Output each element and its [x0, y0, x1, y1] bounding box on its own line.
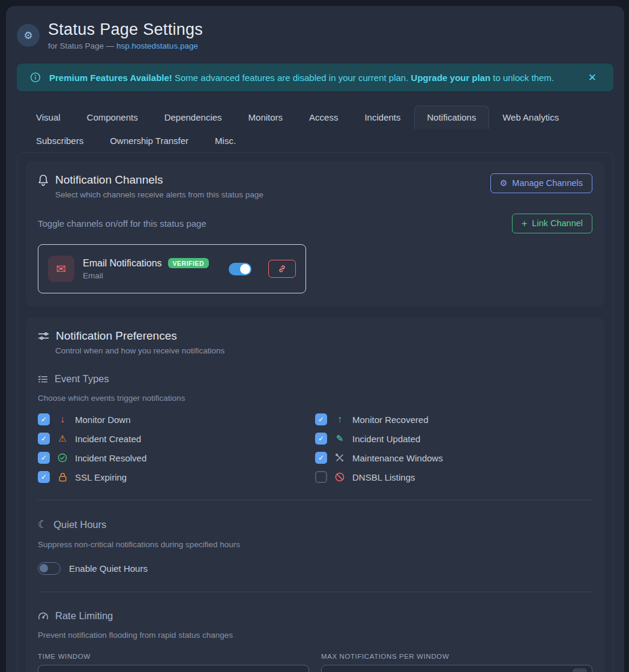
event-monitor-recovered[interactable]: ✓↑Monitor Recovered	[315, 413, 592, 425]
preferences-subtitle: Control when and how you receive notific…	[55, 346, 592, 355]
event-types-title: Event Types	[38, 373, 592, 385]
settings-panel: ⚙ Status Page Settings for Status Page —…	[6, 6, 624, 672]
checkbox-checked[interactable]: ✓	[315, 433, 327, 445]
event-incident-resolved[interactable]: ✓Incident Resolved	[38, 452, 315, 464]
preferences-title-row: Notification Preferences	[38, 329, 592, 343]
channel-type: Email	[83, 271, 220, 280]
event-monitor-down[interactable]: ✓↓Monitor Down	[38, 413, 315, 425]
page-title: Status Page Settings	[48, 20, 203, 39]
event-dnsbl-listings[interactable]: DNSBL Listings	[315, 471, 592, 483]
envelope-icon: ✉	[48, 256, 74, 282]
tab-dependencies[interactable]: Dependencies	[151, 106, 235, 129]
channel-toggle[interactable]	[229, 263, 251, 275]
channel-name: Email Notifications	[83, 258, 162, 269]
checkbox-unchecked[interactable]	[315, 471, 327, 483]
tab-visual[interactable]: Visual	[23, 106, 74, 129]
divider	[38, 500, 592, 500]
tab-components[interactable]: Components	[74, 106, 151, 129]
toggle-hint: Toggle channels on/off for this status p…	[38, 218, 512, 229]
event-label: Incident Updated	[352, 434, 420, 444]
warning-icon: ⚠	[57, 433, 68, 444]
banner-text: Premium Features Available! Some advance…	[49, 73, 554, 83]
max-notifications-label: MAX NOTIFICATIONS PER WINDOW	[321, 653, 592, 660]
time-window-select[interactable]: 15 minutes	[38, 665, 309, 672]
gauge-icon	[38, 611, 49, 620]
close-icon[interactable]: ✕	[585, 70, 600, 85]
enable-quiet-hours-row: Enable Quiet Hours	[38, 562, 592, 575]
tab-ownership-transfer[interactable]: Ownership Transfer	[97, 129, 202, 152]
bell-icon	[38, 174, 49, 186]
notification-preferences-card: Notification Preferences Control when an…	[26, 317, 604, 672]
arrow-up-icon: ↑	[334, 414, 345, 425]
notification-channels-card: Notification Channels Select which chann…	[26, 161, 604, 307]
event-label: Incident Resolved	[75, 453, 146, 463]
quiet-hours-title: ☾ Quiet Hours	[38, 518, 592, 531]
ban-icon	[334, 472, 345, 482]
tab-subscribers[interactable]: Subscribers	[23, 129, 97, 152]
gear-icon: ⚙	[23, 29, 32, 42]
event-label: Monitor Recovered	[352, 415, 429, 425]
pencil-icon: ✎	[334, 433, 345, 444]
event-label: SSL Expiring	[75, 472, 127, 482]
gear-icon: ⚙	[500, 178, 508, 188]
checkbox-checked[interactable]: ✓	[38, 413, 50, 425]
event-label: Maintenance Windows	[352, 453, 443, 463]
event-maintenance-windows[interactable]: ✓Maintenance Windows	[315, 452, 592, 464]
channels-title-row: Notification Channels	[38, 173, 490, 187]
rate-limiting-subtitle: Prevent notification flooding from rapid…	[38, 631, 592, 640]
event-incident-updated[interactable]: ✓✎Incident Updated	[315, 433, 592, 445]
info-icon	[30, 72, 41, 83]
page-header: ⚙ Status Page Settings for Status Page —…	[17, 20, 613, 50]
event-ssl-expiring[interactable]: ✓SSL Expiring	[38, 471, 315, 483]
event-label: DNSBL Listings	[352, 472, 415, 482]
checkbox-checked[interactable]: ✓	[38, 471, 50, 483]
tab-access[interactable]: Access	[296, 106, 351, 129]
list-icon	[38, 374, 48, 384]
verified-badge: VERIFIED	[168, 258, 209, 268]
rate-limiting-title: Rate Limiting	[38, 610, 592, 622]
event-types-grid: ✓↓Monitor Down✓↑Monitor Recovered✓⚠Incid…	[38, 413, 592, 483]
event-label: Incident Created	[75, 434, 141, 444]
divider	[38, 592, 592, 592]
check-circle-icon	[57, 453, 68, 463]
upgrade-plan-link[interactable]: Upgrade your plan	[411, 73, 491, 83]
tab-incidents[interactable]: Incidents	[351, 106, 414, 129]
checkbox-checked[interactable]: ✓	[315, 452, 327, 464]
checkbox-checked[interactable]: ✓	[38, 452, 50, 464]
tabs: VisualComponentsDependenciesMonitorsAcce…	[17, 106, 613, 152]
unlink-channel-button[interactable]	[268, 260, 296, 278]
checkbox-checked[interactable]: ✓	[38, 433, 50, 445]
sliders-icon	[38, 331, 49, 341]
premium-banner: Premium Features Available! Some advance…	[17, 64, 613, 91]
chain-link-icon	[278, 265, 286, 273]
spinner-icon[interactable]	[573, 668, 587, 672]
settings-avatar: ⚙	[17, 24, 40, 47]
notifications-tab-content: Notification Channels Select which chann…	[17, 152, 613, 672]
channels-subtitle: Select which channels receive alerts fro…	[55, 190, 490, 199]
lock-icon	[57, 472, 68, 482]
quiet-hours-subtitle: Suppress non-critical notifications duri…	[38, 540, 592, 549]
tools-icon	[334, 453, 345, 463]
tab-monitors[interactable]: Monitors	[235, 106, 296, 129]
page-subtitle: for Status Page — hsp.hostedstatus.page	[48, 41, 203, 50]
event-types-subtitle: Choose which events trigger notification…	[38, 394, 592, 403]
tab-web-analytics[interactable]: Web Analytics	[489, 106, 572, 129]
arrow-down-icon: ↓	[57, 414, 68, 425]
event-incident-created[interactable]: ✓⚠Incident Created	[38, 433, 315, 445]
time-window-label: TIME WINDOW	[38, 653, 309, 660]
checkbox-checked[interactable]: ✓	[315, 413, 327, 425]
event-label: Monitor Down	[75, 415, 131, 425]
plus-icon: +	[522, 218, 527, 229]
max-notifications-input[interactable]: 10	[321, 665, 592, 672]
tab-notifications[interactable]: Notifications	[414, 106, 490, 129]
link-channel-button[interactable]: + Link Channel	[512, 214, 592, 233]
moon-icon: ☾	[38, 518, 47, 531]
manage-channels-button[interactable]: ⚙ Manage Channels	[490, 173, 592, 193]
channel-item-email: ✉ Email Notifications VERIFIED Email	[38, 244, 306, 293]
quiet-hours-toggle[interactable]	[38, 562, 61, 575]
tab-misc[interactable]: Misc.	[202, 129, 249, 152]
status-page-link[interactable]: hsp.hostedstatus.page	[116, 41, 198, 50]
